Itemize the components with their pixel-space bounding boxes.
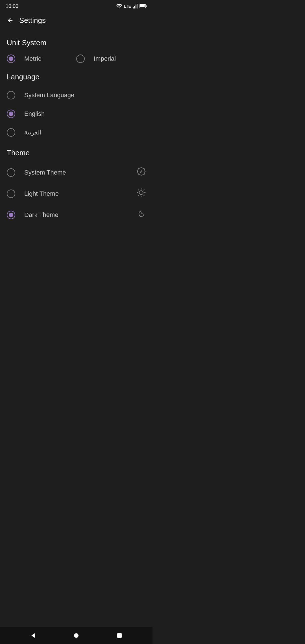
english-label: English [24, 110, 45, 118]
metric-radio[interactable] [7, 55, 15, 63]
svg-rect-0 [133, 7, 134, 8]
language-section: Language System Language English العربية [0, 66, 152, 142]
english-radio[interactable] [7, 110, 15, 118]
svg-text:A: A [140, 170, 143, 174]
battery-icon [140, 4, 147, 8]
page-title: Settings [19, 16, 46, 25]
status-bar: 10:00 LTE [0, 0, 152, 11]
unit-system-header: Unit System [0, 32, 152, 52]
system-theme-radio[interactable] [7, 168, 15, 177]
arabic-option[interactable]: العربية [0, 123, 152, 142]
svg-rect-5 [146, 5, 147, 7]
theme-header: Theme [0, 142, 152, 162]
dark-theme-option[interactable]: Dark Theme [0, 204, 152, 225]
light-theme-option[interactable]: Light Theme [0, 183, 152, 204]
back-button[interactable] [5, 15, 16, 26]
dark-theme-radio[interactable] [7, 211, 15, 219]
wifi-icon [116, 4, 122, 8]
unit-system-row: Metric Imperial [0, 52, 152, 66]
dark-theme-label: Dark Theme [24, 211, 58, 219]
light-theme-left: Light Theme [7, 190, 134, 198]
imperial-radio[interactable] [76, 55, 85, 63]
toolbar: Settings [0, 11, 152, 29]
svg-line-15 [138, 174, 139, 175]
metric-label: Metric [24, 55, 41, 62]
svg-line-12 [138, 168, 139, 169]
system-language-option[interactable]: System Language [0, 86, 152, 105]
auto-icon: A [137, 167, 146, 178]
svg-line-23 [143, 195, 144, 196]
light-theme-label: Light Theme [24, 190, 59, 197]
svg-rect-3 [137, 4, 138, 8]
svg-rect-2 [136, 5, 136, 8]
svg-rect-6 [140, 5, 145, 7]
signal-icon [133, 4, 138, 8]
imperial-label: Imperial [94, 55, 116, 62]
status-icons: LTE [116, 4, 147, 8]
english-option[interactable]: English [0, 105, 152, 123]
theme-section: Theme System Theme [0, 142, 152, 225]
status-time: 10:00 [6, 3, 18, 9]
metric-option[interactable]: Metric [7, 55, 76, 63]
svg-line-22 [138, 190, 139, 190]
arabic-label: العربية [24, 129, 42, 136]
light-theme-radio[interactable] [7, 190, 15, 198]
svg-line-25 [138, 195, 139, 196]
system-theme-option[interactable]: System Theme A [0, 162, 152, 183]
svg-line-24 [143, 190, 144, 190]
svg-rect-1 [134, 6, 135, 8]
moon-icon [137, 209, 146, 220]
arabic-radio[interactable] [7, 128, 15, 137]
language-header: Language [0, 66, 152, 86]
unit-system-section: Unit System Metric Imperial [0, 32, 152, 66]
svg-point-17 [139, 191, 143, 195]
svg-line-13 [144, 174, 144, 175]
dark-theme-left: Dark Theme [7, 211, 134, 219]
imperial-option[interactable]: Imperial [76, 55, 146, 63]
system-language-radio[interactable] [7, 91, 15, 99]
system-theme-left: System Theme [7, 168, 134, 177]
settings-content: Unit System Metric Imperial Language Sys… [0, 29, 152, 228]
system-language-label: System Language [24, 92, 74, 99]
sun-icon [137, 188, 146, 199]
system-theme-label: System Theme [24, 169, 66, 176]
svg-line-14 [144, 168, 144, 169]
lte-indicator: LTE [124, 4, 131, 8]
